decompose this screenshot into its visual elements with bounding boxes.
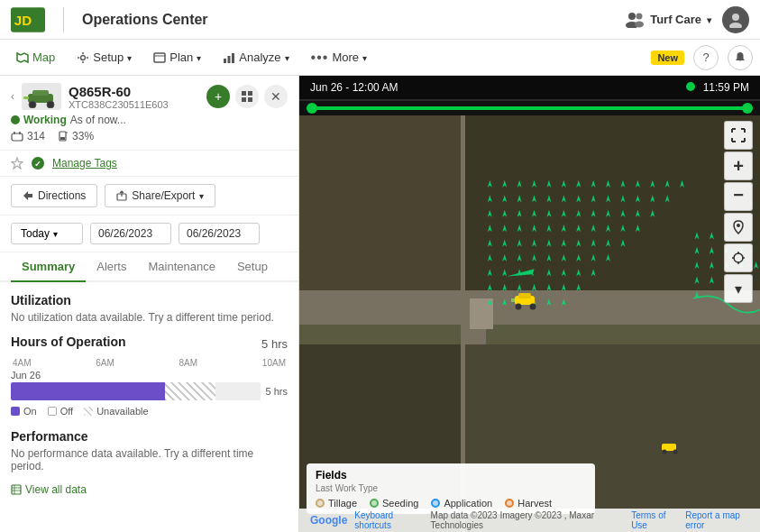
equip-top-row: ‹ Q865R-60 XTC838C [11, 83, 288, 110]
svg-marker-109 [606, 195, 610, 202]
tab-maintenance[interactable]: Maintenance [137, 252, 225, 282]
notifications-button[interactable] [728, 45, 753, 70]
timeline-thumb-left[interactable] [307, 103, 317, 114]
add-equipment-button[interactable]: + [206, 85, 230, 108]
equipment-metrics: 314 33% [11, 130, 288, 142]
share-export-button[interactable]: Share/Export [105, 184, 215, 207]
equipment-name: Q865R-60 [69, 84, 169, 99]
nav-map[interactable]: Map [7, 45, 64, 69]
chart-bar-container: 5 hrs [11, 382, 288, 400]
performance-title: Performance [11, 429, 288, 444]
fuel-icon [58, 130, 69, 142]
svg-point-17 [29, 101, 36, 108]
svg-point-147 [530, 304, 536, 310]
zoom-out-button[interactable]: − [724, 182, 753, 211]
fullscreen-button[interactable] [724, 121, 753, 150]
svg-marker-58 [517, 195, 522, 202]
legend-tillage: Tillage [316, 498, 357, 509]
jd-logo-icon: JD [11, 7, 45, 32]
tab-alerts[interactable]: Alerts [86, 252, 137, 282]
map-active-dot [686, 82, 695, 91]
google-logo: Google [307, 514, 347, 527]
svg-marker-108 [606, 180, 610, 188]
equip-left: ‹ Q865R-60 XTC838C [11, 83, 169, 110]
svg-marker-129 [695, 232, 700, 239]
legend-on-dot [11, 407, 20, 416]
crosshair-icon [731, 251, 746, 265]
svg-marker-117 [621, 225, 626, 232]
timeline-thumb-right[interactable] [742, 103, 753, 114]
svg-marker-134 [710, 232, 714, 239]
chart-legend: On Off Unavailable [11, 406, 288, 417]
panel-content: Utilization No utilization data availabl… [0, 282, 298, 532]
close-panel-button[interactable]: ✕ [264, 85, 288, 108]
app-title: Operations Center [82, 12, 208, 28]
nav-setup[interactable]: Setup [68, 45, 141, 69]
expand-button[interactable]: ▾ [724, 274, 753, 303]
svg-marker-49 [503, 195, 508, 202]
nav-plan[interactable]: Plan [144, 45, 210, 69]
svg-marker-60 [517, 225, 522, 232]
new-badge: New [651, 50, 684, 65]
analyze-icon [223, 51, 235, 64]
svg-rect-20 [242, 91, 246, 96]
svg-marker-80 [547, 254, 552, 261]
equip-nav-back[interactable]: ‹ [11, 90, 14, 103]
svg-marker-76 [547, 195, 552, 202]
svg-marker-48 [503, 180, 508, 188]
svg-marker-148 [511, 298, 515, 302]
svg-rect-12 [224, 59, 226, 63]
grid-view-button[interactable] [235, 85, 259, 108]
hours-value: 5 hrs [261, 337, 288, 351]
share-icon [116, 190, 127, 201]
keyboard-shortcuts-link[interactable]: Keyboard shortcuts [354, 510, 423, 530]
svg-point-18 [47, 101, 54, 108]
tags-row: ✓ Manage Tags [0, 151, 298, 177]
svg-marker-116 [621, 210, 626, 217]
svg-marker-136 [710, 261, 714, 269]
nav-more[interactable]: ••• More [302, 44, 376, 71]
svg-marker-91 [562, 284, 566, 291]
svg-marker-114 [621, 180, 626, 188]
center-location-button[interactable] [724, 243, 753, 272]
manage-tags-link[interactable]: Manage Tags [52, 157, 117, 170]
directions-button[interactable]: Directions [11, 184, 97, 207]
chart-date-label: Jun 26 [11, 370, 288, 381]
tab-setup[interactable]: Setup [226, 252, 279, 282]
zoom-in-button[interactable]: + [724, 151, 753, 180]
tillage-color-dot [316, 499, 325, 508]
svg-marker-56 [503, 298, 508, 306]
view-all-link[interactable]: View all data [11, 483, 288, 496]
map-time-bar: Jun 26 - 12:00 AM 11:59 PM [299, 76, 760, 99]
svg-marker-43 [488, 239, 492, 246]
period-select[interactable]: Today [11, 223, 83, 244]
svg-marker-97 [577, 239, 581, 246]
nav-analyze[interactable]: Analyze [214, 45, 298, 69]
svg-text:✓: ✓ [34, 160, 41, 169]
tab-summary[interactable]: Summary [11, 252, 86, 282]
star-icon[interactable] [11, 157, 23, 170]
svg-point-7 [729, 23, 742, 28]
analyze-chevron-icon [285, 50, 289, 64]
location-button[interactable] [724, 213, 753, 242]
action-buttons-row: Directions Share/Export [0, 177, 298, 216]
map-timeline-slider[interactable] [299, 101, 760, 115]
nav-bar: Map Setup Plan Analyze ••• More New ? [0, 40, 760, 76]
svg-marker-82 [547, 284, 552, 291]
performance-desc: No performance data available. Try a dif… [11, 447, 288, 472]
svg-marker-126 [665, 180, 670, 188]
svg-point-9 [81, 55, 86, 60]
left-panel: ‹ Q865R-60 XTC838C [0, 76, 299, 532]
help-button[interactable]: ? [693, 45, 719, 70]
report-map-error-link[interactable]: Report a map error [685, 510, 753, 530]
svg-marker-57 [517, 180, 522, 188]
turf-care-button[interactable]: Turf Care [625, 12, 711, 28]
map-container[interactable]: Jun 26 - 12:00 AM 11:59 PM [299, 76, 760, 532]
start-date-input[interactable] [90, 223, 171, 244]
map-time-start: Jun 26 - 12:00 AM [310, 81, 398, 94]
user-avatar[interactable] [722, 6, 749, 33]
svg-rect-19 [23, 96, 29, 99]
terms-of-use-link[interactable]: Terms of Use [631, 510, 678, 530]
end-date-input[interactable] [179, 223, 260, 244]
svg-marker-93 [577, 180, 581, 188]
